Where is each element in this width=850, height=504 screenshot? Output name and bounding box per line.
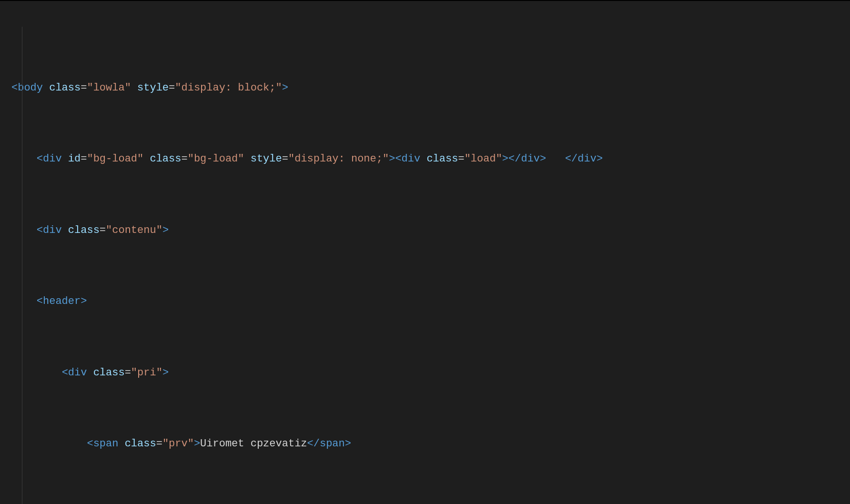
indent-guide <box>22 27 22 504</box>
attr-id: id <box>68 153 81 165</box>
code-line[interactable]: <div class="pri"> <box>11 364 840 382</box>
code-editor[interactable]: <body class="lowla" style="display: bloc… <box>0 0 850 504</box>
attr-class: class <box>49 82 81 94</box>
code-line[interactable]: <span class="prv">Uiromet cpzevatiz</spa… <box>11 435 840 453</box>
code-line[interactable]: <body class="lowla" style="display: bloc… <box>11 79 840 97</box>
code-line[interactable]: <div class="contenu"> <box>11 222 840 239</box>
code-line[interactable]: <header> <box>11 292 840 310</box>
attr-style: style <box>137 82 169 94</box>
code-line[interactable]: <div id="bg-load" class="bg-load" style=… <box>11 150 840 168</box>
